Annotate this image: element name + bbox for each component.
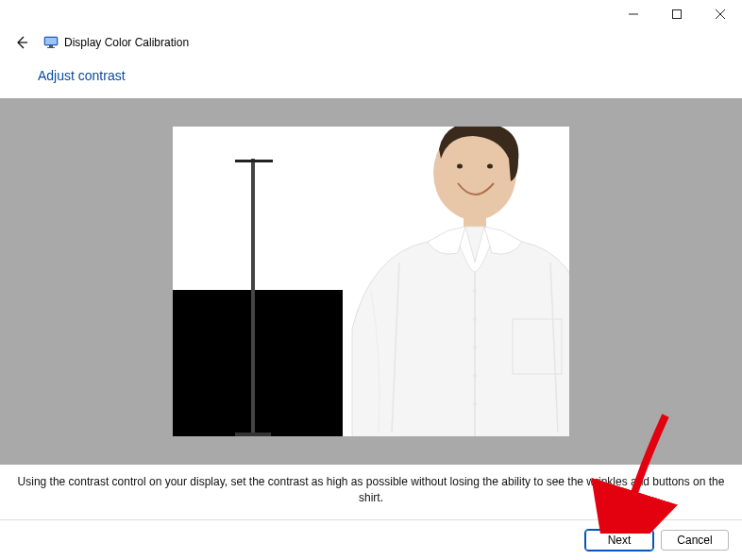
person-photo <box>333 127 569 436</box>
cancel-button[interactable]: Cancel <box>661 530 729 551</box>
header: Display Color Calibration <box>0 28 742 62</box>
svg-rect-6 <box>45 38 57 44</box>
button-bar: Next Cancel <box>0 519 742 560</box>
next-button[interactable]: Next <box>585 530 653 551</box>
sample-image-area <box>0 98 742 465</box>
svg-point-17 <box>473 374 477 378</box>
minimize-button[interactable] <box>612 0 655 28</box>
app-title: Display Color Calibration <box>64 36 189 49</box>
monitor-icon <box>43 35 59 50</box>
svg-rect-8 <box>47 47 55 48</box>
instruction-text: Using the contrast control on your displ… <box>0 465 742 507</box>
svg-point-18 <box>473 402 477 406</box>
svg-rect-1 <box>673 10 682 19</box>
maximize-button[interactable] <box>655 0 699 28</box>
svg-rect-7 <box>49 45 53 47</box>
back-button[interactable] <box>11 32 32 53</box>
page-heading: Adjust contrast <box>0 62 742 98</box>
svg-point-15 <box>473 317 477 321</box>
svg-point-14 <box>473 289 477 293</box>
svg-point-11 <box>487 164 493 169</box>
svg-point-16 <box>473 346 477 349</box>
contrast-sample-image <box>173 127 569 436</box>
close-button[interactable] <box>699 0 742 28</box>
title-bar <box>0 0 742 28</box>
svg-point-10 <box>457 164 463 169</box>
